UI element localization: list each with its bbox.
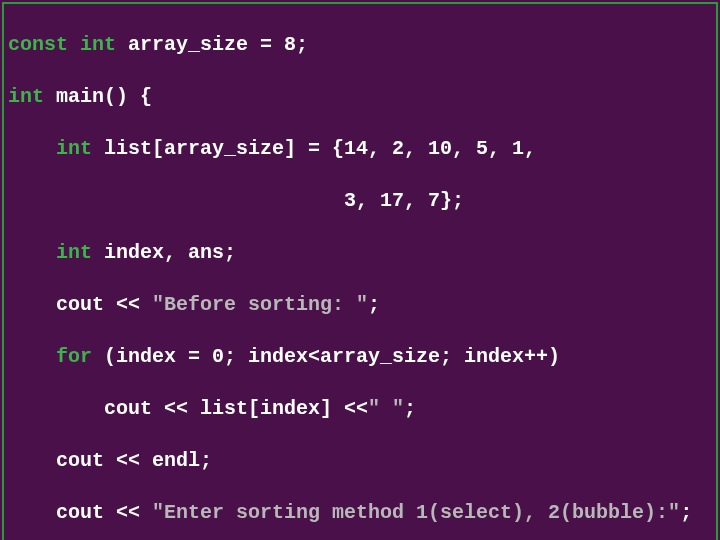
keyword: int [8, 85, 44, 108]
code-text: ; [368, 293, 380, 316]
code-line: 3, 17, 7}; [8, 188, 712, 214]
code-text: cout << [8, 293, 152, 316]
code-line: cout << "Before sorting: "; [8, 292, 712, 318]
code-line: cout << list[index] <<" "; [8, 396, 712, 422]
code-line: const int array_size = 8; [8, 32, 712, 58]
code-text [8, 241, 56, 264]
string-literal: " " [368, 397, 404, 420]
code-text: ; [404, 397, 416, 420]
string-literal: "Before sorting: " [152, 293, 368, 316]
code-block: const int array_size = 8; int main() { i… [2, 2, 718, 540]
code-text: main() { [44, 85, 152, 108]
code-text: 3, 17, 7}; [8, 189, 464, 212]
keyword: for [56, 345, 92, 368]
keyword: int [56, 137, 92, 160]
code-text: cout << endl; [8, 449, 212, 472]
code-line: int list[array_size] = {14, 2, 10, 5, 1, [8, 136, 712, 162]
code-text: list[array_size] = {14, 2, 10, 5, 1, [92, 137, 536, 160]
code-text: index, ans; [92, 241, 236, 264]
code-line: for (index = 0; index<array_size; index+… [8, 344, 712, 370]
code-line: int index, ans; [8, 240, 712, 266]
code-text [8, 345, 56, 368]
code-line: int main() { [8, 84, 712, 110]
code-text: (index = 0; index<array_size; index++) [92, 345, 560, 368]
keyword: const int [8, 33, 116, 56]
string-literal: "Enter sorting method 1(select), 2(bubbl… [152, 501, 680, 524]
code-text: cout << [8, 501, 152, 524]
code-text: ; [680, 501, 692, 524]
keyword: int [56, 241, 92, 264]
code-line: cout << "Enter sorting method 1(select),… [8, 500, 712, 526]
code-line: cout << endl; [8, 448, 712, 474]
code-text: array_size = 8; [116, 33, 308, 56]
code-text: cout << list[index] << [8, 397, 368, 420]
code-text [8, 137, 56, 160]
